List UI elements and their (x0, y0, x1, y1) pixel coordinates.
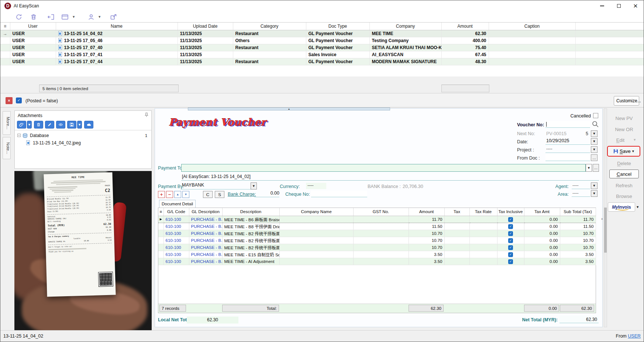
detail-column-header[interactable]: GL Description (189, 208, 222, 216)
detail-column-header[interactable]: G/L Code (163, 208, 189, 216)
payment-by-dropdown[interactable]: ▼ (251, 182, 257, 189)
sidebar-tab-more[interactable]: More... (3, 111, 11, 135)
doc-column-header[interactable]: Category (233, 23, 306, 30)
bank-charge-input[interactable]: 0.00 (254, 191, 279, 197)
doc-column-header[interactable]: Name (56, 23, 178, 30)
document-row[interactable]: →USER13-11-25 14_04_0211/13/2025Restaura… (0, 30, 644, 37)
scrollbar-thumb[interactable] (604, 208, 607, 253)
pin-icon[interactable] (144, 112, 149, 119)
tree-collapse-icon[interactable]: − (17, 134, 21, 137)
save-attachment-caret[interactable]: ▼ (77, 121, 82, 129)
window-layout-icon[interactable] (61, 13, 69, 22)
column-chooser-icon[interactable]: ≡ (0, 23, 10, 30)
from-doc-input[interactable] (545, 154, 590, 161)
voucher-no-input[interactable] (545, 121, 590, 128)
customize-filter-button[interactable]: Customize... (614, 96, 639, 106)
next-no-dropdown[interactable]: ▼ (591, 130, 597, 137)
detail-column-header[interactable]: Tax Inclusive (497, 208, 524, 216)
splitter-handle[interactable]: ▲ (188, 107, 390, 110)
browse-button[interactable]: Browse (609, 192, 639, 200)
detail-row[interactable]: 610-100PURCHASE - B...MEE TIME - B8 干捞伊面… (158, 223, 596, 230)
document-row[interactable]: USER13-11-25 17_05_4611/13/2025OthersGL … (0, 37, 644, 44)
cancelled-checkbox[interactable] (593, 113, 598, 118)
project-dropdown[interactable]: ▼ (591, 146, 597, 153)
remove-row-button[interactable]: − (166, 191, 173, 198)
tax-inclusive-checkbox[interactable]: ✓ (508, 245, 513, 250)
move-row-down-button[interactable]: ▼ (182, 191, 189, 198)
date-input[interactable]: 10/29/2025 (545, 138, 590, 145)
area-dropdown[interactable]: ▼ (591, 190, 597, 197)
tax-inclusive-checkbox[interactable]: ✓ (508, 238, 513, 243)
payment-by-combo[interactable]: MAYBANK (181, 182, 251, 189)
maximize-button[interactable] (610, 0, 627, 11)
detail-row[interactable]: 610-100PURCHASE - B...MEE TIME - B2 传统干捞… (158, 244, 596, 251)
detail-column-header[interactable]: Tax Rate (469, 208, 497, 216)
payment-to-dropdown[interactable]: ▼ (586, 164, 592, 172)
detail-column-header[interactable]: Tax (444, 208, 469, 216)
doc-column-header[interactable]: Amount (441, 23, 489, 30)
filter-enabled-checkbox[interactable]: ✓ (16, 98, 22, 103)
move-row-up-button[interactable]: ▲ (174, 191, 181, 198)
agent-combo[interactable]: ---- (572, 183, 590, 189)
doc-column-header[interactable]: Doc Type (306, 23, 369, 30)
tax-inclusive-checkbox[interactable]: ✓ (508, 252, 513, 257)
layout-dropdown-caret[interactable]: ▼ (73, 16, 75, 18)
payment-to-browse-button[interactable]: … (593, 164, 599, 172)
detail-row[interactable]: 610-100PURCHASE - B...MEE TIME - B2 传统干捞… (158, 230, 596, 237)
doc-column-header[interactable]: Company (369, 23, 441, 30)
doc-column-header[interactable]: Caption (489, 23, 575, 30)
detail-column-header[interactable]: GST No. (353, 208, 409, 216)
search-icon[interactable] (591, 120, 599, 129)
save-dropdown-caret[interactable]: ▼ (632, 150, 634, 153)
sidebar-tab-note[interactable]: Note... (3, 137, 11, 159)
currency-value[interactable]: ---- (306, 183, 326, 189)
sum-button[interactable]: S (215, 191, 224, 198)
close-button[interactable]: × (627, 0, 644, 11)
attach-file-button[interactable] (17, 121, 26, 129)
edit-button[interactable]: Edit (609, 136, 631, 144)
new-or-button[interactable]: New OR (609, 125, 639, 133)
refresh-button[interactable]: Refresh (609, 181, 639, 189)
detail-column-header[interactable]: Company Name (279, 208, 353, 216)
minimize-button[interactable] (594, 0, 610, 11)
detail-row[interactable]: ▶610-100PURCHASE - B...MEE TIME - B6 麻板面… (158, 216, 596, 223)
delete-button[interactable]: Delete (609, 159, 639, 167)
add-row-button[interactable]: + (158, 191, 165, 198)
from-doc-browse-button[interactable]: … (591, 154, 597, 161)
user-menu-icon[interactable] (87, 13, 95, 22)
remove-filter-button[interactable]: × (6, 97, 13, 104)
tab-document-detail-grid[interactable]: Document Detail Grid (159, 200, 196, 208)
document-row[interactable]: USER13-11-25 17_07_4411/13/2025Restauran… (0, 58, 644, 65)
share-icon[interactable] (110, 13, 118, 22)
refresh-icon[interactable] (15, 13, 23, 22)
cheque-no-input[interactable] (311, 191, 367, 197)
tax-inclusive-checkbox[interactable]: ✓ (508, 259, 513, 264)
tax-inclusive-checkbox[interactable]: ✓ (508, 231, 513, 236)
attach-dropdown-caret[interactable]: ▼ (27, 121, 32, 129)
detail-column-header[interactable]: Sub Total (Tax) (560, 208, 596, 216)
myinvois-dropdown-caret[interactable]: ▼ (637, 206, 638, 209)
detail-row[interactable]: 610-100PURCHASE - B...MEE TIME - B2 传统干捞… (158, 237, 596, 244)
agent-dropdown[interactable]: ▼ (591, 182, 597, 189)
expand-panel-arrow[interactable]: › (601, 216, 603, 221)
preview-attachment-button[interactable] (56, 121, 65, 129)
area-combo[interactable]: ---- (572, 191, 590, 197)
bank-charge-label[interactable]: Bank Charge: (228, 192, 256, 197)
detail-row[interactable]: 610-100PURCHASE - B...MEE TIME - E15 自制豆… (158, 251, 596, 258)
delete-icon[interactable] (30, 13, 37, 22)
detail-column-chooser-icon[interactable]: ≡ (158, 208, 163, 216)
detail-column-header[interactable]: Tax Amt (524, 208, 560, 216)
copy-button[interactable]: C (203, 191, 213, 198)
project-input[interactable]: ---- (545, 146, 590, 153)
tax-inclusive-checkbox[interactable]: ✓ (508, 217, 513, 222)
myinvois-button[interactable]: MyInvois (608, 202, 635, 212)
save-attachment-button[interactable] (67, 121, 76, 129)
edit-attachment-button[interactable] (45, 121, 54, 129)
save-button[interactable]: Save (618, 148, 632, 154)
delete-attachment-button[interactable] (34, 121, 43, 129)
document-row[interactable]: USER13-11-25 17_07_4111/13/2025Sales Inv… (0, 51, 644, 58)
tax-inclusive-checkbox[interactable]: ✓ (508, 224, 513, 229)
doc-column-header[interactable]: Upload Date (178, 23, 233, 30)
cloud-upload-button[interactable] (84, 121, 93, 129)
new-pv-button[interactable]: New PV (609, 114, 639, 122)
